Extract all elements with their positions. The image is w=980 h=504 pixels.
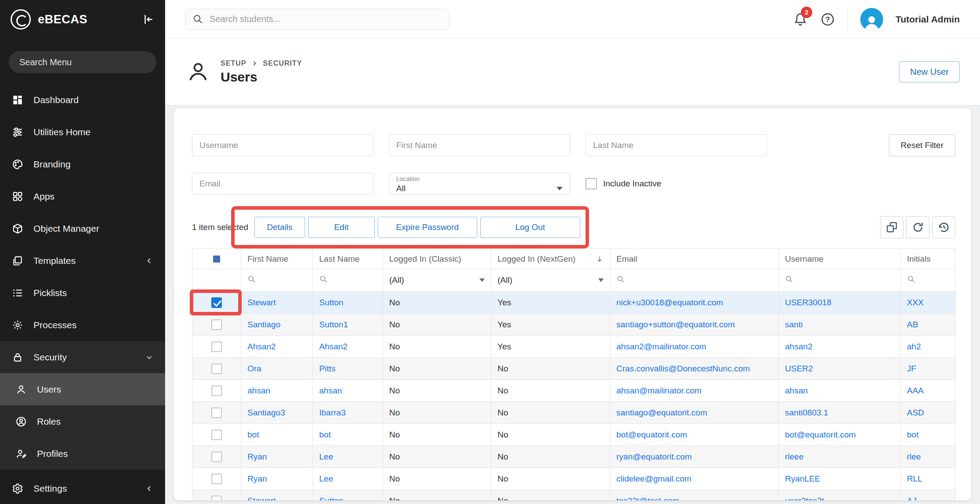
log-out-button[interactable]: Log Out xyxy=(480,217,580,238)
column-header-logged-in-classic[interactable]: Logged In (Classic) xyxy=(383,249,491,269)
email-cell[interactable]: bot@equatorit.com xyxy=(610,424,779,446)
username-cell[interactable]: USER2 xyxy=(779,358,901,380)
breadcrumb-setup[interactable]: SETUP xyxy=(221,59,246,67)
first-name-cell[interactable]: Ora xyxy=(241,358,313,380)
table-row[interactable]: Stewart Sutton No No tes22t@test.com use… xyxy=(192,490,956,501)
help-button[interactable]: ? xyxy=(820,12,835,27)
first-name-cell[interactable]: Stewart xyxy=(241,292,313,314)
initials-cell[interactable]: AB xyxy=(901,314,956,336)
refresh-button[interactable] xyxy=(906,216,929,238)
table-row[interactable]: Santiago3 Ibarra3 No No santiago@equator… xyxy=(192,402,956,424)
sidebar-item-dashboard[interactable]: Dashboard xyxy=(0,84,165,116)
notifications-button[interactable]: 2 xyxy=(793,12,808,27)
table-row[interactable]: Stewart Sutton No Yes nick+u30018@equato… xyxy=(192,292,956,314)
last-name-cell[interactable]: Pitts xyxy=(313,358,383,380)
table-row[interactable]: Ryan Lee No No ryan@equatorit.com rleee … xyxy=(192,446,956,468)
first-name-filter-input[interactable] xyxy=(389,134,570,156)
row-checkbox[interactable] xyxy=(211,474,222,484)
sidebar-item-security[interactable]: Security xyxy=(0,341,165,373)
last-name-cell[interactable]: bot xyxy=(313,424,383,446)
last-name-cell[interactable]: Ahsan2 xyxy=(313,336,383,358)
username-filter-input[interactable] xyxy=(192,134,373,156)
email-cell[interactable]: clidelee@gmail.com xyxy=(610,468,779,490)
email-cell[interactable]: nick+u30018@equatorit.com xyxy=(610,292,779,314)
expire-password-button[interactable]: Expire Password xyxy=(378,217,477,238)
column-header-last-name[interactable]: Last Name xyxy=(313,249,383,269)
column-chooser-button[interactable] xyxy=(880,216,903,238)
sidebar-collapse-button[interactable] xyxy=(141,13,155,26)
row-checkbox[interactable] xyxy=(211,341,222,352)
table-row[interactable]: Ryan Lee No No clidelee@gmail.com RyanLE… xyxy=(192,468,956,490)
email-cell[interactable]: tes22t@test.com xyxy=(610,490,779,501)
first-name-cell[interactable]: Ryan xyxy=(241,468,313,490)
select-all-header[interactable] xyxy=(192,249,241,269)
email-column-filter[interactable] xyxy=(610,269,779,292)
table-row[interactable]: Ora Pitts No No Cras.convallis@DonecestN… xyxy=(192,358,956,380)
reset-filter-button[interactable]: Reset Filter xyxy=(889,134,955,156)
avatar[interactable] xyxy=(860,8,883,31)
username-cell[interactable]: RyanLEE xyxy=(779,468,901,490)
sidebar-item-templates[interactable]: Templates xyxy=(0,245,165,277)
initials-cell[interactable]: rlee xyxy=(901,446,956,468)
email-cell[interactable]: ahsan@mailinator.com xyxy=(610,380,779,402)
first-name-cell[interactable]: Santiago xyxy=(241,314,313,336)
initials-cell[interactable]: JF xyxy=(901,358,956,380)
username-cell[interactable]: user2tes2t xyxy=(779,490,901,501)
last-name-column-filter[interactable] xyxy=(313,269,383,292)
include-inactive-checkbox[interactable] xyxy=(586,178,597,189)
last-name-cell[interactable]: Lee xyxy=(313,468,383,490)
column-header-first-name[interactable]: First Name xyxy=(241,249,313,269)
sidebar-item-profiles[interactable]: Profiles xyxy=(0,437,165,470)
edit-button[interactable]: Edit xyxy=(308,217,375,238)
sidebar-item-utilities-home[interactable]: Utilities Home xyxy=(0,116,165,148)
username-cell[interactable]: ahsan2 xyxy=(779,336,901,358)
row-checkbox[interactable] xyxy=(211,385,222,396)
sidebar-item-picklists[interactable]: Picklists xyxy=(0,277,165,309)
column-header-logged-in-nextgen[interactable]: Logged In (NextGen) xyxy=(491,249,610,269)
details-button[interactable]: Details xyxy=(254,217,305,238)
table-row[interactable]: Ahsan2 Ahsan2 No Yes ahsan2@mailinator.c… xyxy=(192,336,956,358)
row-checkbox[interactable] xyxy=(211,363,222,374)
select-all-checkbox[interactable] xyxy=(213,256,220,263)
sidebar-search-input[interactable] xyxy=(9,51,156,73)
sidebar-item-object-manager[interactable]: Object Manager xyxy=(0,212,165,245)
first-name-cell[interactable]: Stewart xyxy=(241,490,313,501)
sidebar-item-roles[interactable]: Roles xyxy=(0,405,165,437)
location-select[interactable]: Location All xyxy=(389,173,570,195)
sidebar-item-apps[interactable]: Apps xyxy=(0,180,165,212)
email-cell[interactable]: santiago+sutton@equatorit.com xyxy=(610,314,779,336)
username-column-filter[interactable] xyxy=(779,269,901,292)
username-cell[interactable]: USER30018 xyxy=(779,292,901,314)
classic-column-filter[interactable]: (All) xyxy=(383,269,491,292)
username-cell[interactable]: ahsan xyxy=(779,380,901,402)
first-name-cell[interactable]: bot xyxy=(241,424,313,446)
column-header-initials[interactable]: Initials xyxy=(901,249,956,269)
column-header-email[interactable]: Email xyxy=(610,249,779,269)
last-name-cell[interactable]: Sutton1 xyxy=(313,314,383,336)
breadcrumb-security[interactable]: SECURITY xyxy=(263,59,302,67)
initials-column-filter[interactable] xyxy=(901,269,956,292)
row-checkbox[interactable] xyxy=(211,319,222,330)
column-header-username[interactable]: Username xyxy=(779,249,901,269)
row-checkbox[interactable] xyxy=(211,452,222,462)
initials-cell[interactable]: bot xyxy=(901,424,956,446)
first-name-cell[interactable]: Ahsan2 xyxy=(241,336,313,358)
initials-cell[interactable]: XXX xyxy=(901,292,956,314)
email-filter-input[interactable] xyxy=(192,173,373,195)
sidebar-item-processes[interactable]: Processes xyxy=(0,309,165,341)
email-cell[interactable]: santiago@equatorit.com xyxy=(610,402,779,424)
initials-cell[interactable]: AJ xyxy=(901,490,956,501)
nextgen-column-filter[interactable]: (All) xyxy=(491,269,610,292)
row-checkbox[interactable] xyxy=(211,496,222,501)
row-checkbox[interactable] xyxy=(211,408,222,418)
sidebar-item-branding[interactable]: Branding xyxy=(0,148,165,180)
sidebar-item-settings[interactable]: Settings xyxy=(0,472,165,504)
row-checkbox[interactable] xyxy=(211,297,222,308)
row-checkbox[interactable] xyxy=(211,430,222,440)
last-name-cell[interactable]: Ibarra3 xyxy=(313,402,383,424)
last-name-cell[interactable]: Sutton xyxy=(313,490,383,501)
initials-cell[interactable]: AAA xyxy=(901,380,956,402)
username-cell[interactable]: bot@equatorit.com xyxy=(779,424,901,446)
include-inactive-option[interactable]: Include Inactive xyxy=(586,178,767,189)
username-cell[interactable]: rleee xyxy=(779,446,901,468)
